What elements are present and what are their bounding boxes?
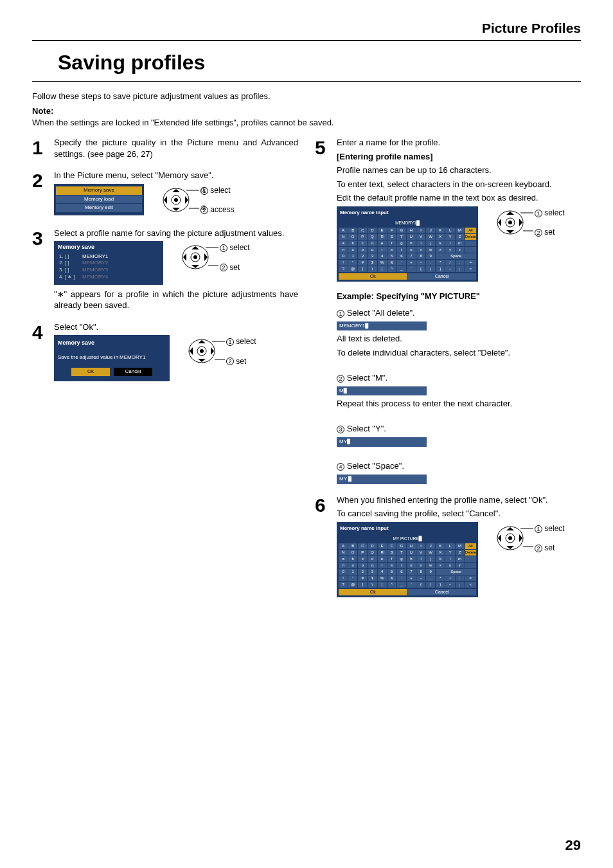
kb-key[interactable]: w [426, 563, 435, 568]
kb-key[interactable]: = [465, 575, 476, 581]
kb-key[interactable]: % [378, 260, 387, 266]
kb-key[interactable]: 6 [397, 569, 406, 575]
kb-key[interactable]: " [348, 260, 357, 266]
kb-key[interactable]: f [387, 556, 396, 562]
kb-key[interactable]: L [445, 228, 454, 233]
kb-key[interactable]: G [397, 228, 406, 233]
kb-key[interactable]: P [358, 550, 367, 556]
kb-key[interactable]: ? [339, 582, 348, 588]
kb-key[interactable]: Y [445, 234, 454, 240]
kb-key[interactable]: ! [339, 575, 348, 581]
kb-key[interactable]: ^ [387, 266, 396, 272]
kb-key[interactable]: ' [397, 575, 406, 581]
kb-key[interactable]: y [445, 247, 454, 253]
kb-key[interactable]: Z [456, 234, 465, 240]
kb-key[interactable]: t [397, 563, 406, 568]
kb-delete[interactable]: Delete [465, 550, 476, 556]
kb-key[interactable]: ; [456, 266, 465, 272]
menu-item-memory-save[interactable]: Memory save [56, 186, 142, 195]
kb-key[interactable]: 2 [358, 253, 367, 259]
kb-key[interactable]: : [456, 575, 465, 581]
kb-key[interactable]: m [456, 556, 465, 562]
kb-key[interactable]: V [416, 234, 425, 240]
kb-key[interactable]: z [456, 563, 465, 568]
kb-key[interactable]: d [368, 556, 377, 562]
kb-key[interactable]: J [426, 228, 435, 233]
confirm-cancel-button[interactable]: Cancel [114, 368, 152, 376]
kb-key[interactable]: m [456, 240, 465, 246]
kb-key[interactable]: J [426, 543, 435, 549]
kb-key[interactable]: R [378, 234, 387, 240]
kb-key[interactable]: G [397, 543, 406, 549]
kb-key[interactable]: @ [348, 266, 357, 272]
kb-key[interactable]: o [348, 247, 357, 253]
kb-key[interactable]: e [378, 240, 387, 246]
kb-key[interactable]: f [387, 240, 396, 246]
kb-key[interactable]: O [348, 550, 357, 556]
kb-key[interactable]: N [339, 550, 348, 556]
kb-key[interactable]: 7 [407, 253, 416, 259]
kb-key[interactable] [465, 247, 476, 253]
kb-key[interactable]: | [426, 582, 435, 588]
kb-key[interactable]: 9 [426, 253, 435, 259]
kb-key[interactable]: W [426, 234, 435, 240]
kb-ok-button[interactable]: Ok [339, 589, 407, 595]
kb-key[interactable]: N [339, 234, 348, 240]
kb-key[interactable]: F [387, 228, 396, 233]
kb-key[interactable]: 9 [426, 569, 435, 575]
kb-key[interactable]: s [387, 247, 396, 253]
kb-key[interactable]: p [358, 563, 367, 568]
kb-key[interactable]: w [426, 247, 435, 253]
kb-space[interactable]: Space [436, 253, 476, 259]
memory-row-3[interactable]: 3. [ ]MEMORY3 [54, 267, 163, 274]
kb-key[interactable]: F [387, 543, 396, 549]
kb-key[interactable]: b [348, 240, 357, 246]
kb-key[interactable]: + [407, 260, 416, 266]
kb-key[interactable]: _ [397, 266, 406, 272]
kb-key[interactable]: T [397, 550, 406, 556]
kb-key[interactable]: E [378, 228, 387, 233]
kb-key[interactable]: i [416, 240, 425, 246]
kb-key[interactable]: $ [368, 260, 377, 266]
kb-key[interactable]: y [445, 563, 454, 568]
kb-delete[interactable]: Delete [465, 234, 476, 240]
kb-key[interactable]: x [436, 247, 445, 253]
kb-key[interactable]: u [407, 563, 416, 568]
kb-key[interactable]: g [397, 556, 406, 562]
kb-key[interactable]: o [348, 563, 357, 568]
kb-key[interactable]: k [436, 556, 445, 562]
kb-key[interactable]: $ [368, 575, 377, 581]
kb-key[interactable]: Y [445, 550, 454, 556]
kb-key[interactable]: D [368, 228, 377, 233]
kb-key[interactable]: R [378, 550, 387, 556]
kb-key[interactable]: ? [339, 266, 348, 272]
kb-key[interactable]: / [445, 575, 454, 581]
kb-key[interactable]: ! [339, 260, 348, 266]
kb-key[interactable]: q [368, 247, 377, 253]
kb-key[interactable]: l [445, 240, 454, 246]
kb-key[interactable]: X [436, 234, 445, 240]
kb-key[interactable]: M [456, 543, 465, 549]
kb-key[interactable]: r [378, 247, 387, 253]
kb-key[interactable]: [ [358, 266, 367, 272]
kb-key[interactable] [465, 240, 476, 246]
kb-key[interactable]: 5 [387, 569, 396, 575]
kb-key[interactable]: K [436, 543, 445, 549]
kb-key[interactable]: q [368, 563, 377, 568]
kb-key[interactable]: : [456, 260, 465, 266]
kb-space[interactable]: Space [436, 569, 476, 575]
kb-key[interactable]: P [358, 234, 367, 240]
kb-key[interactable]: . [426, 260, 435, 266]
kb-key[interactable]: – [416, 575, 425, 581]
kb-key[interactable]: A [339, 543, 348, 549]
kb-key[interactable]: # [358, 575, 367, 581]
kb-key[interactable]: k [436, 240, 445, 246]
kb-key[interactable]: < [465, 582, 476, 588]
kb-key[interactable] [465, 563, 476, 568]
kb-key[interactable]: H [407, 228, 416, 233]
kb-key[interactable]: c [358, 556, 367, 562]
kb-key[interactable]: d [368, 240, 377, 246]
kb-key[interactable]: e [378, 556, 387, 562]
kb-key[interactable]: X [436, 550, 445, 556]
kb-key[interactable]: Q [368, 550, 377, 556]
